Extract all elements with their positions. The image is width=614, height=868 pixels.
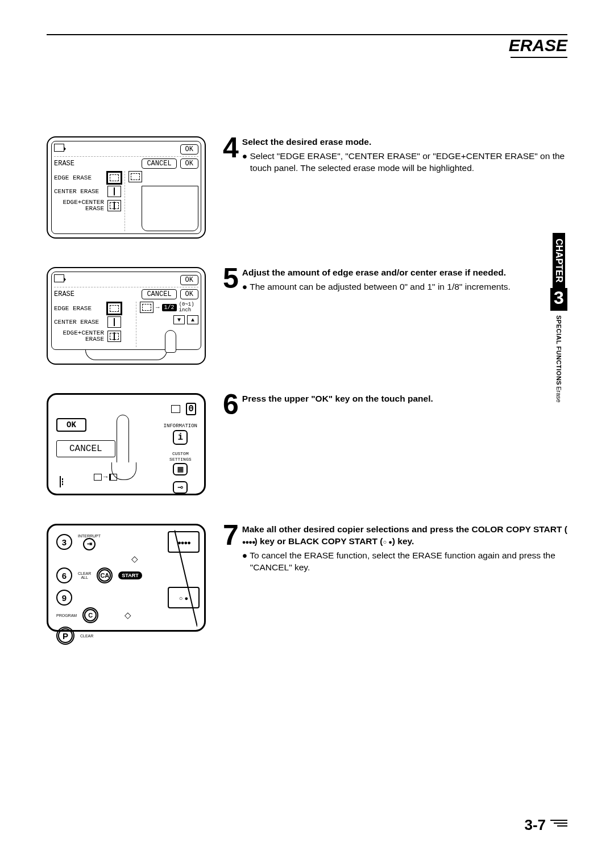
custom-settings-label-l2: SETTINGS (169, 457, 191, 462)
clear-all-label: CLEAR ALL (78, 571, 91, 579)
erase-amount-value: 1/2 (162, 304, 177, 311)
ok-press-panel: 0 OK CANCEL INFORMATION i CUSTOM SETTING… (47, 393, 206, 495)
section-label: SPECIAL FUNCTIONS (555, 315, 562, 385)
copy-icon (171, 405, 180, 413)
erase-label: ERASE (54, 290, 74, 298)
header-underline (511, 57, 567, 58)
information-button[interactable]: i (173, 430, 188, 445)
step-number-4: 4 (223, 136, 239, 159)
bw-dots-icon (383, 536, 392, 548)
step-7: 3 INTERRUPT ⇥ ◇ 6 CLEAR ALL CA START (47, 524, 567, 632)
cancel-button[interactable]: CANCEL (142, 289, 176, 299)
mode-center-label: CENTER ERASE (54, 319, 104, 326)
custom-settings-button[interactable]: ▦ (173, 463, 188, 475)
page-number: 3-7 (524, 816, 546, 834)
doc-icon (54, 144, 64, 152)
key-button[interactable]: ⊸ (173, 481, 188, 494)
ok-inner-button[interactable]: OK (180, 158, 198, 169)
interrupt-button[interactable]: ⇥ (83, 538, 96, 550)
finger-icon (117, 415, 129, 471)
page-number-ornament (550, 820, 567, 828)
step-5-p1: The amount can be adjusted between 0" an… (250, 281, 567, 293)
step-4-p1: Select "EDGE ERASE", "CENTER ERASE" or "… (250, 151, 567, 174)
start-diamond-icon-2: ◇ (125, 610, 131, 620)
step-6: 0 OK CANCEL INFORMATION i CUSTOM SETTING… (47, 393, 567, 495)
topic-label: Erase (555, 386, 562, 403)
mode-center-icon[interactable] (107, 186, 121, 197)
control-panel: 3 INTERRUPT ⇥ ◇ 6 CLEAR ALL CA START (47, 524, 206, 632)
svg-line-0 (175, 530, 197, 627)
step-7-p1: To cancel the ERASE function, select the… (250, 550, 567, 574)
step-6-heading: Press the upper "OK" key on the touch pa… (242, 393, 567, 405)
mode-both-icon[interactable] (107, 200, 121, 211)
header-rule (47, 34, 567, 35)
chapter-number: 3 (550, 288, 567, 310)
mode-center-icon[interactable] (107, 316, 121, 328)
ok-outer-button[interactable]: OK (180, 144, 198, 155)
step-4: OK ERASE CANCEL OK EDGE ERASE CENTER ERA… (47, 136, 567, 239)
mode-both-icon[interactable] (107, 331, 121, 342)
step-7-heading: Make all other desired copier selections… (242, 524, 567, 548)
amount-range: (0~1) (179, 302, 194, 307)
counter-icon: 0 (186, 403, 196, 415)
erase-panel: OK ERASE CANCEL OK EDGE ERASE CENTER ERA… (47, 136, 206, 239)
clear-button[interactable]: C (84, 609, 97, 621)
decrease-button[interactable]: ▼ (173, 315, 185, 324)
step-5: OK ERASE CANCEL OK EDGE ERASE CENTER ERA… (47, 267, 567, 365)
erase-icon (60, 476, 61, 487)
preview-mode-icon (140, 302, 154, 313)
step-6-figure: 0 OK CANCEL INFORMATION i CUSTOM SETTING… (47, 393, 206, 495)
information-label: INFORMATION (164, 423, 197, 429)
doc-icon (54, 274, 64, 282)
mode-both-label-l2: ERASE (85, 205, 104, 212)
custom-settings-label-l1: CUSTOM (172, 452, 189, 456)
amount-unit: inch (179, 307, 192, 313)
content: OK ERASE CANCEL OK EDGE ERASE CENTER ERA… (47, 136, 567, 660)
step-number-7: 7 (223, 524, 239, 546)
chapter-tab: CHAPTER 3 SPECIAL FUNCTIONS Erase (550, 233, 567, 409)
erase-label: ERASE (54, 160, 74, 168)
keypad-3[interactable]: 3 (56, 534, 72, 550)
chapter-label: CHAPTER (553, 233, 565, 288)
clear-label: CLEAR (80, 634, 93, 638)
mode-edge-icon[interactable] (107, 303, 121, 314)
cancel-button[interactable]: CANCEL (56, 440, 115, 457)
preview-mode-icon (128, 171, 142, 182)
step-4-figure: OK ERASE CANCEL OK EDGE ERASE CENTER ERA… (47, 136, 206, 239)
keypad-6[interactable]: 6 (56, 567, 72, 583)
increase-button[interactable]: ▲ (187, 315, 198, 324)
mode-both-label-l2: ERASE (85, 336, 104, 343)
step-5-heading: Adjust the amount of edge erase and/or c… (242, 267, 567, 279)
panel-edge (175, 530, 197, 627)
mode-edge-label: EDGE ERASE (54, 305, 104, 312)
erase-panel-adjust: OK ERASE CANCEL OK EDGE ERASE CENTER ERA… (47, 267, 206, 365)
mode-center-label: CENTER ERASE (54, 188, 104, 195)
preview-box (142, 186, 198, 231)
cancel-button[interactable]: CANCEL (142, 158, 176, 169)
keypad-9[interactable]: 9 (56, 590, 72, 606)
finger-icon (165, 330, 176, 353)
mode-edge-icon[interactable] (107, 172, 121, 183)
step-number-5: 5 (223, 267, 239, 290)
start-label: START (118, 571, 142, 579)
step-number-6: 6 (223, 393, 239, 416)
mode-edge-label: EDGE ERASE (54, 174, 104, 181)
program-label: PROGRAM (56, 614, 77, 617)
ok-outer-button[interactable]: OK (180, 275, 198, 285)
page-title: ERASE (509, 36, 567, 55)
color-dots-icon (242, 536, 255, 548)
start-diamond-icon: ◇ (131, 554, 138, 564)
step-5-figure: OK ERASE CANCEL OK EDGE ERASE CENTER ERA… (47, 267, 206, 365)
clear-all-button[interactable]: CA (98, 569, 111, 582)
ok-inner-button[interactable]: OK (180, 289, 198, 299)
program-button[interactable]: P (58, 628, 73, 643)
step-7-figure: 3 INTERRUPT ⇥ ◇ 6 CLEAR ALL CA START (47, 524, 206, 632)
step-4-heading: Select the desired erase mode. (242, 136, 567, 148)
margin-shift-icon: → (94, 473, 117, 481)
interrupt-label: INTERRUPT (78, 534, 101, 538)
